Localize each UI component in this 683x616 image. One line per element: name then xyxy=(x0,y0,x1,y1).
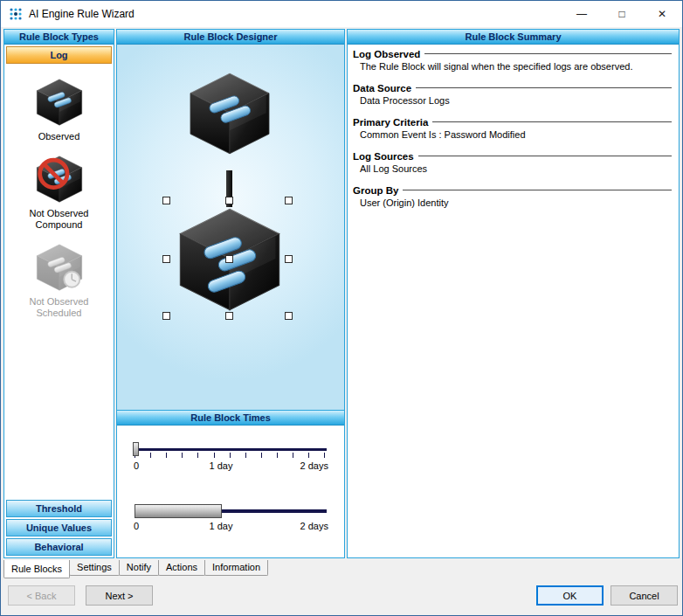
category-unique-values-button[interactable]: Unique Values xyxy=(6,519,112,536)
footer-bar: < Back Next > OK Cancel xyxy=(1,579,682,615)
app-logo-icon xyxy=(9,7,23,21)
back-button[interactable]: < Back xyxy=(8,585,75,606)
rule-block-designer-panel: Rule Block Designer xyxy=(116,29,345,558)
tab-actions[interactable]: Actions xyxy=(158,560,205,576)
range-slider-labels: 0 1 day 2 days xyxy=(135,521,327,533)
tab-settings[interactable]: Settings xyxy=(69,560,120,576)
summary-section-data-source: Data Source Data Processor Logs xyxy=(353,83,672,106)
summary-section-title: Group By xyxy=(353,185,398,196)
section-divider xyxy=(432,121,672,123)
selection-handle[interactable] xyxy=(225,255,233,263)
summary-section-title: Log Observed xyxy=(353,49,420,59)
summary-section-primary-criteria: Primary Criteria Common Event Is : Passw… xyxy=(353,117,672,140)
tab-notify[interactable]: Notify xyxy=(119,560,159,576)
summary-section-text: Data Processor Logs xyxy=(360,95,672,106)
next-button[interactable]: Next > xyxy=(86,585,153,606)
category-behavioral-button[interactable]: Behavioral xyxy=(6,538,112,556)
summary-section-text: Common Event Is : Password Modified xyxy=(360,129,672,140)
designer-canvas[interactable] xyxy=(117,45,344,411)
not-observed-compound-icon xyxy=(34,154,85,204)
type-label-not-observed-scheduled: Not Observed Scheduled xyxy=(19,296,100,319)
selection-handle[interactable] xyxy=(285,197,293,204)
tab-rule-blocks[interactable]: Rule Blocks xyxy=(3,560,70,578)
selection-handle[interactable] xyxy=(162,312,170,320)
ok-button[interactable]: OK xyxy=(536,585,604,606)
designer-cube-observed[interactable] xyxy=(186,69,273,158)
summary-section-title: Primary Criteria xyxy=(353,117,428,128)
slider-labels: 0 1 day 2 days xyxy=(135,460,327,473)
range-label-0: 0 xyxy=(134,521,139,531)
summary-section-log-observed: Log Observed The Rule Block will signal … xyxy=(353,49,672,72)
ai-engine-rule-wizard-window: AI Engine Rule Wizard — □ ✕ Rule Block T… xyxy=(0,0,683,616)
minimize-icon[interactable]: — xyxy=(562,1,602,27)
section-divider xyxy=(403,190,672,191)
summary-content: Log Observed The Rule Block will signal … xyxy=(348,45,679,219)
slider-label-0: 0 xyxy=(134,460,139,471)
rule-block-times-area: 0 1 day 2 days 0 1 day 2 days xyxy=(117,426,344,557)
summary-section-text: User (Origin) Identity xyxy=(360,197,672,208)
range-label-2days: 2 days xyxy=(300,521,328,531)
section-divider xyxy=(418,156,672,157)
section-divider xyxy=(416,87,672,89)
selection-handle[interactable] xyxy=(162,197,170,204)
summary-section-text: The Rule Block will signal when the spec… xyxy=(360,61,672,72)
summary-section-text: All Log Sources xyxy=(360,163,672,174)
selection-handle[interactable] xyxy=(285,312,293,320)
summary-section-group-by: Group By User (Origin) Identity xyxy=(353,185,672,208)
time-range-slider[interactable]: 0 1 day 2 days xyxy=(135,504,327,533)
type-item-not-observed-scheduled[interactable]: Not Observed Scheduled xyxy=(4,242,114,319)
cancel-button[interactable]: Cancel xyxy=(611,585,678,606)
range-slider-track[interactable] xyxy=(135,504,327,518)
slider-track[interactable] xyxy=(135,448,327,451)
type-item-observed[interactable]: Observed xyxy=(4,77,114,142)
range-label-1day: 1 day xyxy=(210,521,233,531)
category-threshold-button[interactable]: Threshold xyxy=(6,500,112,517)
maximize-icon[interactable]: □ xyxy=(602,1,642,27)
rule-block-types-panel: Rule Block Types Log Observed Not Observ… xyxy=(3,29,114,558)
observed-time-slider[interactable]: 0 1 day 2 days xyxy=(135,448,327,473)
wizard-tabstrip: Rule Blocks Settings Notify Actions Info… xyxy=(1,560,682,579)
selection-handle[interactable] xyxy=(285,255,293,263)
window-controls: — □ ✕ xyxy=(562,1,682,27)
range-slider-bar[interactable] xyxy=(135,504,222,518)
selection-handle[interactable] xyxy=(225,197,233,204)
rule-block-designer-header: Rule Block Designer xyxy=(117,30,344,45)
slider-thumb[interactable] xyxy=(133,442,139,456)
left-panel-spacer xyxy=(4,319,114,499)
slider-label-1day: 1 day xyxy=(210,460,233,471)
rule-blocks-tab-page: Rule Block Types Log Observed Not Observ… xyxy=(1,27,682,560)
title-bar: AI Engine Rule Wizard — □ ✕ xyxy=(1,1,682,27)
type-label-not-observed-compound: Not Observed Compound xyxy=(19,208,100,231)
slider-label-2days: 2 days xyxy=(300,460,328,471)
observed-cube-icon xyxy=(34,77,85,128)
rule-block-times-header: Rule Block Times xyxy=(117,411,344,426)
selection-handle[interactable] xyxy=(225,312,233,320)
rule-block-summary-panel: Rule Block Summary Log Observed The Rule… xyxy=(347,29,680,558)
summary-section-log-sources: Log Sources All Log Sources xyxy=(353,151,672,174)
rule-block-summary-header: Rule Block Summary xyxy=(348,30,679,45)
summary-section-title: Data Source xyxy=(353,83,411,93)
category-log-button[interactable]: Log xyxy=(6,46,112,64)
type-label-observed: Observed xyxy=(19,131,100,142)
not-observed-scheduled-icon xyxy=(34,242,85,293)
rule-block-types-header: Rule Block Types xyxy=(4,30,114,45)
window-title: AI Engine Rule Wizard xyxy=(29,8,135,20)
section-divider xyxy=(424,53,672,55)
type-item-not-observed-compound[interactable]: Not Observed Compound xyxy=(4,154,114,231)
summary-section-title: Log Sources xyxy=(353,151,414,162)
tab-information[interactable]: Information xyxy=(204,560,268,576)
close-icon[interactable]: ✕ xyxy=(642,1,682,27)
selection-handle[interactable] xyxy=(162,255,170,263)
slider-ticks xyxy=(135,453,327,458)
